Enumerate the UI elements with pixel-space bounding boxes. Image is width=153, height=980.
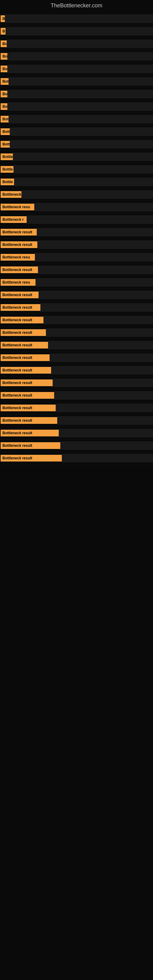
dark-bar [53, 379, 153, 387]
list-item: Bottle [0, 151, 153, 163]
dark-bar [5, 27, 153, 35]
items-list: BBBoBoBoBotBoBoBotBottBottBottleBottleBo… [0, 13, 153, 471]
list-item: Bot [0, 75, 153, 88]
bottleneck-label: Bottle [1, 153, 13, 160]
bottleneck-label: Bo [1, 91, 7, 97]
dark-bar [13, 153, 153, 161]
list-item: B [0, 25, 153, 38]
list-item: Bottleneck result [0, 414, 153, 427]
list-item: Bottleneck result [0, 352, 153, 364]
dark-bar [10, 127, 153, 136]
list-item: Bottleneck result [0, 389, 153, 402]
dark-bar [14, 178, 153, 186]
bottleneck-label: Bottleneck result [1, 455, 62, 461]
dark-bar [9, 77, 153, 86]
bottleneck-label: B [1, 15, 5, 22]
list-item: Bottleneck result [0, 402, 153, 414]
dark-bar [37, 228, 153, 236]
bottleneck-label: Bot [1, 116, 9, 123]
list-item: Bottleneck result [0, 452, 153, 465]
dark-bar [7, 90, 153, 98]
bottleneck-label: Bottleneck result [1, 291, 38, 298]
list-item: Bottleneck result [0, 314, 153, 326]
bottleneck-label: Bottleneck [1, 191, 21, 198]
list-item: Bottleneck result [0, 326, 153, 339]
bottleneck-label: Bottleneck result [1, 354, 49, 361]
bottleneck-label: Bottleneck result [1, 304, 40, 311]
dark-bar [27, 215, 153, 224]
bottleneck-label: Bottleneck result [1, 442, 60, 449]
list-item: Bottleneck [0, 188, 153, 201]
dark-bar [43, 316, 153, 324]
bottleneck-label: Bottleneck r [1, 216, 27, 223]
bottleneck-label: Bottleneck result [1, 266, 38, 273]
list-item: Bo [0, 88, 153, 100]
bottleneck-label: Bottleneck result [1, 392, 54, 399]
list-item: Bott [0, 126, 153, 138]
dark-bar [56, 404, 153, 412]
bottleneck-label: Bottleneck resu [1, 279, 35, 286]
bottleneck-label: Bottleneck result [1, 430, 59, 436]
site-title: TheBottlenecker.com [0, 0, 153, 13]
list-item: Bottle [0, 163, 153, 176]
dark-bar [59, 429, 153, 438]
list-item: Bottleneck r [0, 213, 153, 226]
dark-bar [7, 65, 153, 73]
dark-bar [48, 341, 153, 350]
dark-bar [5, 14, 153, 23]
dark-bar [35, 278, 153, 286]
bottleneck-label: Bottleneck result [1, 342, 48, 348]
bottleneck-label: B [1, 28, 5, 35]
list-item: Bottle [0, 176, 153, 188]
bottleneck-label: Bott [1, 141, 10, 148]
dark-bar [57, 416, 153, 425]
dark-bar [13, 165, 153, 173]
bottleneck-label: Bot [1, 78, 9, 85]
list-item: Bott [0, 138, 153, 151]
bottleneck-label: Bottleneck result [1, 329, 46, 336]
dark-bar [38, 291, 153, 299]
bottleneck-label: Bottle [1, 166, 13, 173]
dark-bar [60, 441, 153, 450]
dark-bar [46, 328, 153, 337]
dark-bar [21, 190, 153, 199]
bottleneck-label: Bottleneck resu [1, 254, 35, 261]
bottleneck-label: Bottle [1, 178, 14, 185]
dark-bar [49, 353, 153, 362]
bottleneck-label: Bo [1, 40, 7, 47]
list-item: Bottleneck result [0, 364, 153, 377]
list-item: Bottleneck resu [0, 276, 153, 289]
dark-bar [37, 240, 153, 249]
bottleneck-label: Bottleneck result [1, 379, 53, 386]
dark-bar [7, 52, 153, 60]
list-item: B [0, 13, 153, 25]
list-item: Bottleneck result [0, 289, 153, 301]
list-item: Bottleneck resu [0, 201, 153, 213]
bottleneck-label: Bott [1, 128, 10, 135]
list-item: Bottleneck result [0, 239, 153, 251]
dark-bar [10, 140, 153, 148]
list-item: Bottleneck result [0, 377, 153, 389]
bottleneck-label: Bottleneck result [1, 241, 37, 248]
list-item: Bottleneck resu [0, 251, 153, 264]
list-item: Bo [0, 63, 153, 75]
bottleneck-label: Bottleneck result [1, 229, 37, 235]
list-item: Bot [0, 113, 153, 126]
list-item: Bo [0, 100, 153, 113]
bottleneck-label: Bottleneck resu [1, 204, 34, 210]
bottleneck-label: Bottleneck result [1, 317, 43, 323]
list-item: Bo [0, 38, 153, 50]
dark-bar [40, 303, 153, 312]
bottleneck-label: Bo [1, 103, 7, 110]
bottleneck-label: Bottleneck result [1, 417, 57, 424]
list-item: Bottleneck result [0, 439, 153, 452]
bottleneck-label: Bo [1, 53, 7, 60]
dark-bar [34, 203, 153, 211]
bottleneck-label: Bottleneck result [1, 404, 56, 411]
dark-bar [35, 253, 153, 261]
bottleneck-label: Bo [1, 65, 7, 72]
dark-bar [51, 366, 153, 375]
list-item: Bottleneck result [0, 339, 153, 352]
dark-bar [7, 102, 153, 111]
dark-bar [62, 454, 153, 463]
